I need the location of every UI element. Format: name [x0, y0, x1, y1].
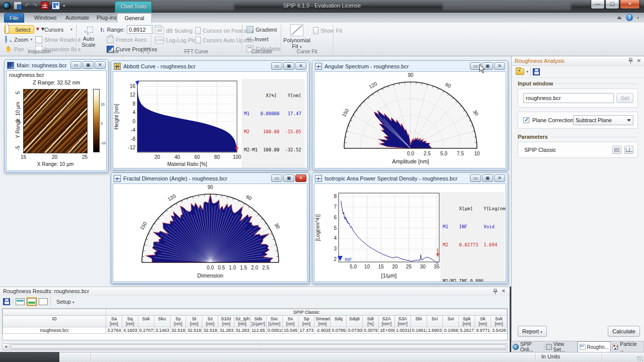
window-fractal-dimension[interactable]: Fractal Dimension (Angle) - roughness.bc…	[111, 172, 309, 284]
table-cell[interactable]: roughness.bcr	[3, 327, 106, 334]
select-button[interactable]: Select	[4, 25, 34, 34]
calculate-button[interactable]: Calculate	[608, 326, 640, 337]
cursors-dropdown-icon[interactable]: ▾	[70, 27, 72, 32]
close-icon[interactable]: ✕	[95, 61, 106, 69]
window-abbott-curve[interactable]: Abbott Curve - roughness.bcr ▭ ▣ ✕ 16128…	[111, 60, 309, 170]
results-table-container[interactable]: SPIP ClassicID Sa[nm]Sq[nm]Ssk Sku Sy[nm…	[2, 308, 508, 340]
titlebar[interactable]: ↶ ↷ ▾ SPIP 6.1.0 - Evaluation License — …	[0, 0, 644, 13]
column-header-ID[interactable]: ID	[3, 316, 106, 327]
tab-spip-online[interactable]: SPIP Onli...	[511, 341, 544, 352]
table-cell[interactable]: 5.2617	[459, 327, 475, 334]
set-button[interactable]: Set	[616, 93, 633, 103]
parameter-table-icon[interactable]	[612, 146, 621, 154]
plane-correction-select[interactable]: Subtract Plane	[573, 115, 633, 125]
table-cell[interactable]: 0.005105	[266, 327, 282, 334]
column-header-Spk[interactable]: Spk[nm]	[459, 316, 475, 327]
minimize-button[interactable]: —	[591, 0, 605, 9]
table-cell[interactable]: 0.18612	[411, 327, 427, 334]
table-cell[interactable]: 112.65	[250, 327, 266, 334]
freeze-axes-button[interactable]: Freeze Axes	[107, 35, 146, 44]
restore-button[interactable]: ▣	[283, 62, 294, 70]
tab-general[interactable]: General	[117, 13, 152, 23]
close-icon[interactable]: ✕	[494, 174, 505, 182]
close-button[interactable]: ✕	[620, 0, 640, 9]
cursors-on-peaks-checkbox[interactable]: Cursors on Peaks	[195, 26, 247, 35]
input-window-field[interactable]	[523, 93, 614, 103]
plane-correction-checkbox[interactable]	[523, 117, 529, 123]
table-cell[interactable]: 1E+008	[378, 327, 394, 334]
view-mode-1-icon[interactable]	[16, 298, 25, 305]
column-header-Sz_tph[interactable]: Sz_tph[nm]	[234, 316, 251, 327]
close-icon[interactable]: ✕	[295, 174, 306, 182]
table-cell[interactable]: 0.10693	[443, 327, 459, 334]
auto-scale-button[interactable]: AutoScale	[78, 27, 99, 48]
table-cell[interactable]: 1.0031E+008	[394, 327, 411, 334]
window-titlebar[interactable]: Angular Spectrum - roughness.bcr ▭ ▣ ✕	[312, 61, 508, 71]
table-cell[interactable]: 31.283	[234, 327, 251, 334]
help-dropdown-icon[interactable]: ▾	[637, 16, 639, 20]
window-titlebar[interactable]: Abbott Curve - roughness.bcr ▭ ▣ ✕	[111, 61, 309, 71]
polynomial-fit-button[interactable]: Polynomial Fit ▾	[283, 24, 311, 49]
minimize-button[interactable]: ▭	[271, 174, 282, 182]
table-cell[interactable]: 17.473	[298, 327, 314, 334]
setup-dropdown-button[interactable]: Setup ▾	[53, 298, 77, 305]
window-isotropic-psd[interactable]: Isotropic Area Power Spectral Density - …	[312, 172, 508, 284]
range-input[interactable]	[127, 25, 153, 34]
restore-button[interactable]: ▣	[283, 174, 294, 182]
minimize-ribbon-icon[interactable]	[617, 16, 622, 19]
save-icon[interactable]	[3, 298, 10, 305]
column-header-Sy[interactable]: Sy[nm]	[170, 316, 186, 327]
restore-button[interactable]: ▣	[482, 174, 493, 182]
column-header-Sbi[interactable]: Sbi	[411, 316, 427, 327]
tab-particle[interactable]: Particle ...	[611, 341, 644, 352]
window-titlebar[interactable]: Isotropic Area Power Spectral Density - …	[312, 173, 508, 184]
minimize-button[interactable]: ▭	[70, 61, 82, 69]
column-header-Sv[interactable]: Sv[nm]	[282, 316, 298, 327]
window-main-image[interactable]: Main: roughness.bcr ▭ ▣ ✕ roughness.bcr …	[4, 59, 109, 173]
table-cell[interactable]: 1.6903	[427, 327, 443, 334]
column-header-Smean[interactable]: Smean[nm]	[314, 316, 331, 327]
cursors-button[interactable]: ▼▼ Cursors	[35, 25, 64, 34]
column-header-S3A[interactable]: S3A[nm²]	[394, 316, 411, 327]
table-cell[interactable]: 3.1463	[154, 327, 170, 334]
scrollbar-thumb[interactable]	[11, 344, 506, 349]
open-folder-icon[interactable]	[516, 68, 524, 75]
column-header-Svk[interactable]: Svk[nm]	[491, 316, 507, 327]
column-header-Sdr[interactable]: Sdr[%]	[363, 316, 379, 327]
close-icon[interactable]: ✕	[494, 62, 505, 70]
close-icon[interactable]: ✕	[637, 58, 641, 63]
tab-automate[interactable]: Automate	[60, 13, 94, 23]
show-fit-checkbox[interactable]: Show Fit	[313, 26, 342, 35]
table-cell[interactable]: 31.283	[218, 327, 234, 334]
table-cell[interactable]: 0.078534	[331, 327, 347, 334]
column-header-S10z[interactable]: S10z[nm]	[218, 316, 234, 327]
column-header-Ssc[interactable]: Ssc[1/nm]	[266, 316, 282, 327]
restore-button[interactable]: ▣	[83, 61, 94, 69]
tab-roughness[interactable]: Roughn...	[578, 341, 611, 352]
column-header-Svi[interactable]: Svi	[443, 316, 459, 327]
column-header-Sci[interactable]: Sci	[427, 316, 443, 327]
table-cell[interactable]: 4.1603	[122, 327, 138, 334]
log-log-plot-button[interactable]: LOG Log-Log Plot	[155, 36, 197, 44]
maximize-button[interactable]: ▢	[605, 0, 619, 9]
window-titlebar[interactable]: Main: roughness.bcr ▭ ▣ ✕	[5, 60, 108, 70]
open-dropdown-icon[interactable]: ▾	[526, 69, 528, 74]
tab-view-settings[interactable]: View Set...	[544, 341, 578, 352]
column-header-Sq[interactable]: Sq[nm]	[122, 316, 138, 327]
table-cell[interactable]: 15.045	[282, 327, 298, 334]
table-cell[interactable]: 32.518	[202, 327, 218, 334]
column-header-Sdq6[interactable]: Sdq6	[347, 316, 363, 327]
close-icon[interactable]: ✕	[502, 288, 506, 294]
minimize-button[interactable]: ▭	[470, 174, 481, 182]
afm-topography-image[interactable]	[23, 89, 88, 153]
column-header-St[interactable]: St[nm]	[186, 316, 202, 327]
column-header-Sp[interactable]: Sp[nm]	[298, 316, 314, 327]
table-cell[interactable]: 0.073089	[347, 327, 363, 334]
parameter-chart-icon[interactable]	[624, 146, 633, 154]
table-cell[interactable]: 3.2764	[106, 327, 122, 334]
table-cell[interactable]: 9.9771	[475, 327, 491, 334]
show-readout-button[interactable]: Show Readout	[35, 35, 80, 44]
table-cell[interactable]: 0.27073	[138, 327, 154, 334]
pin-icon[interactable]	[628, 58, 633, 65]
cursors-auto-update-checkbox[interactable]: Cursors Auto Update	[195, 36, 254, 44]
